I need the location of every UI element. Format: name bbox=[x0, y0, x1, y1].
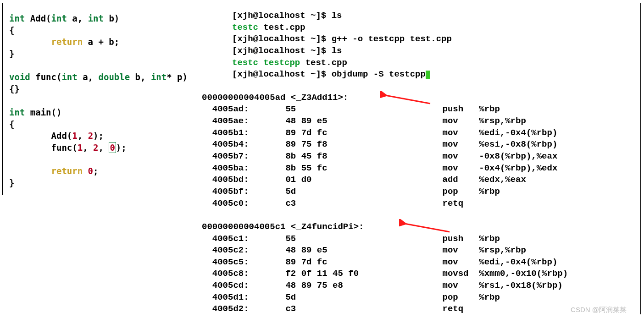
disasm-row: 4005b1: 89 7d fc mov %edi,-0x4(%rbp) bbox=[202, 127, 644, 139]
terminal-line: testc test.cpp bbox=[232, 22, 644, 34]
disasm-row: 4005bf: 5d pop %rbp bbox=[202, 186, 644, 198]
source-code-pane: int Add(int a, int b) { return a + b; } … bbox=[0, 0, 202, 318]
disasm-row: 4005c1: 55 push %rbp bbox=[202, 233, 644, 245]
disasm-row: 4005cd: 48 89 75 e8 mov %rsi,-0x18(%rbp) bbox=[202, 280, 644, 292]
disasm-row: 4005b4: 89 75 f8 mov %esi,-0x8(%rbp) bbox=[202, 139, 644, 151]
keyword-return: return bbox=[51, 37, 83, 47]
terminal-line: [xjh@localhost ~]$ objdump -S testcpp bbox=[232, 69, 644, 81]
keyword-int: int bbox=[9, 13, 25, 23]
disasm-row: 4005ba: 8b 55 fc mov -0x4(%rbp),%edx bbox=[202, 163, 644, 175]
cursor-box: 0 bbox=[109, 142, 116, 153]
disasm-row: 4005ad: 55 push %rbp bbox=[202, 104, 644, 115]
terminal-pane: [xjh@localhost ~]$ ls testc test.cpp [xj… bbox=[202, 0, 644, 318]
terminal-session: [xjh@localhost ~]$ ls testc test.cpp [xj… bbox=[202, 10, 644, 81]
disasm-row: 4005c2: 48 89 e5 mov %rsp,%rbp bbox=[202, 245, 644, 257]
disasm-section-header: 00000000004005ad <_Z3Addii>: bbox=[202, 92, 644, 104]
right-border bbox=[640, 3, 641, 314]
terminal-line: [xjh@localhost ~]$ ls bbox=[232, 10, 644, 22]
disasm-section-header: 00000000004005c1 <_Z4funcidPi>: bbox=[202, 221, 644, 233]
terminal-line: [xjh@localhost ~]$ g++ -o testcpp test.c… bbox=[232, 33, 644, 45]
terminal-cursor bbox=[426, 71, 430, 79]
disasm-row: 4005c5: 89 7d fc mov %edi,-0x4(%rbp) bbox=[202, 257, 644, 269]
exe-file: testc bbox=[232, 22, 258, 33]
disassembly: 00000000004005ad <_Z3Addii>: 4005ad: 55 … bbox=[202, 92, 644, 315]
disasm-row: 4005c0: c3 retq bbox=[202, 198, 644, 210]
source-code: int Add(int a, int b) { return a + b; } … bbox=[9, 13, 202, 189]
disasm-row: 4005b7: 8b 45 f8 mov -0x8(%rbp),%eax bbox=[202, 151, 644, 163]
disasm-row: 4005ae: 48 89 e5 mov %rsp,%rbp bbox=[202, 115, 644, 127]
terminal-line: testc testcpp test.cpp bbox=[232, 57, 644, 69]
left-border bbox=[2, 3, 3, 195]
exe-file: testc testcpp bbox=[232, 58, 300, 68]
disasm-row: 4005d1: 5d pop %rbp bbox=[202, 292, 644, 304]
terminal-line: [xjh@localhost ~]$ ls bbox=[232, 45, 644, 57]
disasm-row: 4005bd: 01 d0 add %edx,%eax bbox=[202, 174, 644, 186]
watermark: CSDN @阿润菜菜 bbox=[571, 306, 627, 314]
disasm-row: 4005c8: f2 0f 11 45 f0 movsd %xmm0,-0x10… bbox=[202, 268, 644, 280]
